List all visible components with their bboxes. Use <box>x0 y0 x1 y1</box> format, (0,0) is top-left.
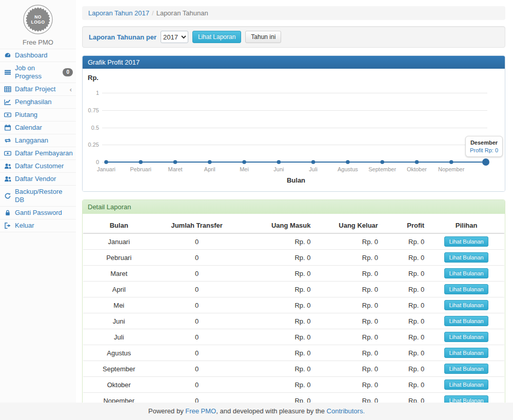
cell-uang-keluar: Rp. 0 <box>315 329 382 345</box>
cell-uang-masuk: Rp. 0 <box>239 329 315 345</box>
sidebar-item-job-on-progress[interactable]: Job on Progress0 <box>0 62 76 83</box>
sidebar-item-daftar-customer[interactable]: Daftar Customer <box>0 160 76 173</box>
sidebar-item-label: Dashboard <box>15 51 73 59</box>
sidebar-item-backup-restore-db[interactable]: Backup/Restore DB <box>0 186 76 207</box>
cell-profit: Rp. 0 <box>382 377 428 393</box>
x-tick-label: Oktober <box>407 166 427 172</box>
sidebar-item-calendar[interactable]: Calendar <box>0 122 76 134</box>
x-tick-label: Nopember <box>438 166 464 172</box>
x-tick-label: Agustus <box>338 166 358 172</box>
cell-uang-masuk: Rp. 0 <box>239 377 315 393</box>
cell-pilihan: Lihat Bulanan <box>428 233 504 250</box>
tooltip-value: Profit Rp: 0 <box>470 147 498 153</box>
data-point[interactable] <box>139 160 143 164</box>
sidebar-item-daftar-project[interactable]: Daftar Project‹ <box>0 83 76 96</box>
footer-text: Powered by <box>148 407 185 415</box>
retweet-icon <box>4 137 12 144</box>
sidebar-item-keluar[interactable]: Keluar <box>0 219 76 232</box>
cell-uang-keluar: Rp. 0 <box>315 297 382 313</box>
sidebar-item-label: Daftar Vendor <box>15 175 73 183</box>
filter-label: Laporan Tahunan per <box>89 33 156 41</box>
data-point[interactable] <box>104 160 108 164</box>
no-logo-image: NO LOGO <box>23 4 53 35</box>
sidebar-item-penghasilan[interactable]: Penghasilan <box>0 96 76 109</box>
detail-report-panel: Detail Laporan BulanJumlah TransferUang … <box>82 199 505 420</box>
view-monthly-button[interactable]: Lihat Bulanan <box>444 284 488 294</box>
table-row: Juni0Rp. 0Rp. 0Rp. 0Lihat Bulanan <box>83 313 504 329</box>
sidebar-item-langganan[interactable]: Langganan <box>0 134 76 147</box>
cell-uang-masuk: Rp. 0 <box>239 233 315 250</box>
sidebar-item-daftar-pembayaran[interactable]: Daftar Pembayaran <box>0 147 76 160</box>
cell-uang-keluar: Rp. 0 <box>315 377 382 393</box>
view-monthly-button[interactable]: Lihat Bulanan <box>444 316 488 326</box>
footer-link-contributors[interactable]: Contributors. <box>327 407 365 415</box>
table-row: Agustus0Rp. 0Rp. 0Rp. 0Lihat Bulanan <box>83 345 504 361</box>
sidebar-item-label: Daftar Pembayaran <box>15 149 73 157</box>
cell-bulan: April <box>83 282 155 297</box>
sidebar-item-daftar-vendor[interactable]: Daftar Vendor <box>0 173 76 186</box>
view-monthly-button[interactable]: Lihat Bulanan <box>444 252 488 263</box>
cell-bulan: Juli <box>83 329 155 345</box>
this-year-button[interactable]: Tahun ini <box>245 31 281 43</box>
x-tick-label: Juni <box>273 166 284 172</box>
data-point[interactable] <box>208 160 212 164</box>
cell-jumlah-transfer: 0 <box>155 313 239 329</box>
cell-jumlah-transfer: 0 <box>155 250 239 266</box>
sidebar-item-label: Job on Progress <box>15 64 60 81</box>
cell-pilihan: Lihat Bulanan <box>428 297 504 313</box>
data-point[interactable] <box>346 160 350 164</box>
cell-bulan: September <box>83 361 155 377</box>
view-monthly-button[interactable]: Lihat Bulanan <box>444 364 488 374</box>
view-monthly-button[interactable]: Lihat Bulanan <box>444 236 488 247</box>
cell-bulan: Juni <box>83 313 155 329</box>
cell-jumlah-transfer: 0 <box>155 233 239 250</box>
table-header-row: BulanJumlah TransferUang MasukUang Kelua… <box>83 218 504 233</box>
cell-profit: Rp. 0 <box>382 266 428 282</box>
view-monthly-button[interactable]: Lihat Bulanan <box>444 300 488 310</box>
breadcrumb-separator: / <box>152 9 154 17</box>
cell-jumlah-transfer: 0 <box>155 266 239 282</box>
main-content: Laporan Tahun 2017/Laporan Tahunan Lapor… <box>76 0 513 403</box>
footer-link-free-pmo[interactable]: Free PMO <box>185 407 216 415</box>
data-point[interactable] <box>380 160 384 164</box>
view-monthly-button[interactable]: Lihat Bulanan <box>444 332 488 342</box>
money-icon <box>4 150 12 157</box>
data-point[interactable] <box>482 158 489 166</box>
data-point[interactable] <box>242 160 246 164</box>
profit-chart: Rp.10.750.50.250JanuariPebruariMaretApri… <box>83 69 505 191</box>
data-point[interactable] <box>311 160 315 164</box>
users-icon <box>4 163 12 170</box>
cell-profit: Rp. 0 <box>382 250 428 266</box>
x-tick-label: Pebruari <box>130 166 151 172</box>
table-icon <box>4 86 12 93</box>
column-header-uang-masuk: Uang Masuk <box>239 218 315 233</box>
table-row: Januari0Rp. 0Rp. 0Rp. 0Lihat Bulanan <box>83 233 504 250</box>
data-point[interactable] <box>173 160 177 164</box>
year-select[interactable]: 2017 <box>161 31 188 43</box>
view-monthly-button[interactable]: Lihat Bulanan <box>444 268 488 278</box>
table-row: Mei0Rp. 0Rp. 0Rp. 0Lihat Bulanan <box>83 297 504 313</box>
breadcrumb-link-laporan-tahun[interactable]: Laporan Tahun 2017 <box>88 9 149 17</box>
data-point[interactable] <box>277 160 281 164</box>
profit-chart-panel: Grafik Profit 2017 Rp.10.750.50.250Janua… <box>82 55 505 192</box>
view-report-button[interactable]: Lihat Laporan <box>192 31 241 43</box>
cell-bulan: Pebruari <box>83 250 155 266</box>
cell-profit: Rp. 0 <box>382 313 428 329</box>
view-monthly-button[interactable]: Lihat Bulanan <box>444 379 488 390</box>
sidebar: NO LOGO Free PMO DashboardJob on Progres… <box>0 0 76 403</box>
sidebar-item-label: Daftar Project <box>15 85 67 93</box>
sidebar-menu: DashboardJob on Progress0Daftar Project‹… <box>0 49 76 232</box>
brand-name: Free PMO <box>0 38 76 46</box>
cell-uang-masuk: Rp. 0 <box>239 282 315 297</box>
cell-bulan: Maret <box>83 266 155 282</box>
sidebar-item-piutang[interactable]: Piutang <box>0 109 76 122</box>
data-point[interactable] <box>415 160 419 164</box>
data-point[interactable] <box>449 160 453 164</box>
view-monthly-button[interactable]: Lihat Bulanan <box>444 348 488 358</box>
money-icon <box>4 111 12 118</box>
svg-text:NO: NO <box>34 14 42 19</box>
logo-block: NO LOGO Free PMO <box>0 0 76 49</box>
tooltip-title: Desember <box>470 139 498 146</box>
sidebar-item-ganti-password[interactable]: Ganti Password <box>0 207 76 219</box>
sidebar-item-dashboard[interactable]: Dashboard <box>0 49 76 62</box>
